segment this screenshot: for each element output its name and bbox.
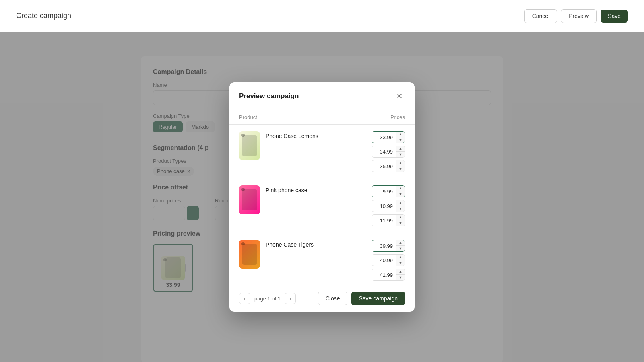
price-value-5[interactable] [372, 203, 396, 209]
step-up-1[interactable]: ▲ [396, 131, 405, 137]
preview-button[interactable]: Preview [561, 9, 597, 23]
price-value-1[interactable] [372, 134, 396, 140]
price-input-9[interactable]: ▲ ▼ [372, 269, 405, 281]
page-title: Create campaign [16, 12, 71, 20]
cancel-button[interactable]: Cancel [524, 9, 557, 23]
price-value-2[interactable] [372, 149, 396, 155]
top-bar-actions: Cancel Preview Save [524, 9, 628, 23]
product-name: Phone Case Tigers [266, 241, 314, 248]
price-stepper-7: ▲ ▼ [396, 240, 405, 252]
step-down-7[interactable]: ▼ [396, 246, 405, 252]
page-info: page 1 of 1 [254, 296, 281, 302]
price-stepper-1: ▲ ▼ [396, 131, 405, 143]
price-value-8[interactable] [372, 257, 396, 263]
price-stepper-8: ▲ ▼ [396, 254, 405, 266]
price-stepper-5: ▲ ▼ [396, 200, 405, 212]
product-left: Pink phone case [239, 185, 308, 214]
step-up-5[interactable]: ▲ [396, 200, 405, 206]
prev-page-button[interactable]: ‹ [239, 293, 250, 304]
step-down-1[interactable]: ▼ [396, 137, 405, 143]
table-row: Phone Case Tigers ▲ ▼ ▲ ▼ [229, 233, 415, 285]
price-input-6[interactable]: ▲ ▼ [372, 214, 405, 226]
price-stepper-3: ▲ ▼ [396, 160, 405, 172]
price-stepper-6: ▲ ▼ [396, 214, 405, 226]
price-stepper-2: ▲ ▼ [396, 146, 405, 158]
pagination: ‹ page 1 of 1 › [239, 293, 296, 304]
next-page-button[interactable]: › [285, 293, 296, 304]
table-row: Phone Case Lemons ▲ ▼ ▲ ▼ [229, 125, 415, 179]
table-header: Product Prices [229, 110, 415, 125]
price-input-4[interactable]: ▲ ▼ [372, 185, 405, 197]
price-input-5[interactable]: ▲ ▼ [372, 200, 405, 212]
price-stepper-4: ▲ ▼ [396, 185, 405, 197]
step-down-2[interactable]: ▼ [396, 152, 405, 158]
step-down-8[interactable]: ▼ [396, 260, 405, 266]
product-left: Phone Case Lemons [239, 131, 318, 160]
price-input-2[interactable]: ▲ ▼ [372, 146, 405, 158]
modal-overlay: Preview campaign ✕ Product Prices [0, 32, 644, 362]
step-up-2[interactable]: ▲ [396, 146, 405, 152]
price-list: ▲ ▼ ▲ ▼ ▲ [372, 240, 405, 281]
top-bar: Create campaign Cancel Preview Save [0, 0, 644, 32]
step-down-3[interactable]: ▼ [396, 166, 405, 172]
step-down-5[interactable]: ▼ [396, 206, 405, 212]
price-stepper-9: ▲ ▼ [396, 269, 405, 281]
price-input-8[interactable]: ▲ ▼ [372, 254, 405, 266]
price-input-7[interactable]: ▲ ▼ [372, 240, 405, 252]
product-thumbnail [239, 131, 260, 160]
step-up-8[interactable]: ▲ [396, 254, 405, 260]
save-top-button[interactable]: Save [601, 10, 628, 23]
price-value-6[interactable] [372, 218, 396, 224]
save-campaign-button[interactable]: Save campaign [351, 292, 405, 305]
step-up-4[interactable]: ▲ [396, 185, 405, 191]
step-down-6[interactable]: ▼ [396, 220, 405, 226]
modal-title: Preview campaign [239, 92, 299, 100]
modal-header: Preview campaign ✕ [229, 82, 415, 110]
step-down-9[interactable]: ▼ [396, 275, 405, 281]
footer-actions: Close Save campaign [318, 292, 405, 305]
price-input-1[interactable]: ▲ ▼ [372, 131, 405, 143]
product-thumbnail [239, 185, 260, 214]
price-value-4[interactable] [372, 189, 396, 195]
step-up-6[interactable]: ▲ [396, 214, 405, 220]
modal-footer: ‹ page 1 of 1 › Close Save campaign [229, 285, 415, 312]
table-row: Pink phone case ▲ ▼ ▲ ▼ [229, 179, 415, 233]
close-modal-button[interactable]: Close [318, 292, 348, 305]
step-up-9[interactable]: ▲ [396, 269, 405, 275]
modal-body: Phone Case Lemons ▲ ▼ ▲ ▼ [229, 125, 415, 285]
col-product-label: Product [239, 114, 257, 120]
step-up-7[interactable]: ▲ [396, 240, 405, 246]
product-name: Phone Case Lemons [266, 133, 318, 139]
preview-campaign-modal: Preview campaign ✕ Product Prices [229, 82, 415, 312]
price-list: ▲ ▼ ▲ ▼ ▲ [372, 185, 405, 226]
price-input-3[interactable]: ▲ ▼ [372, 160, 405, 172]
product-thumbnail [239, 240, 260, 269]
product-left: Phone Case Tigers [239, 240, 314, 269]
price-list: ▲ ▼ ▲ ▼ ▲ [372, 131, 405, 172]
price-value-7[interactable] [372, 243, 396, 249]
close-icon: ✕ [396, 92, 402, 101]
price-value-9[interactable] [372, 272, 396, 278]
modal-close-button[interactable]: ✕ [394, 90, 405, 102]
product-name: Pink phone case [266, 187, 308, 193]
col-prices-label: Prices [390, 114, 405, 120]
step-up-3[interactable]: ▲ [396, 160, 405, 166]
price-value-3[interactable] [372, 163, 396, 169]
step-down-4[interactable]: ▼ [396, 191, 405, 197]
